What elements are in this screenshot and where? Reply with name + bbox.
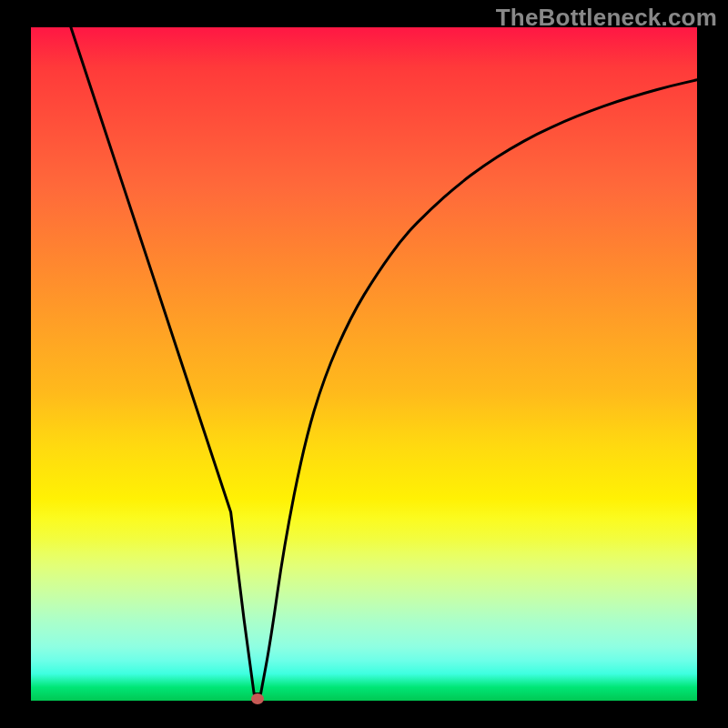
- plot-area: [31, 27, 697, 701]
- bottleneck-curve: [31, 27, 697, 701]
- min-marker: [251, 693, 264, 704]
- chart-frame: TheBottleneck.com: [0, 0, 728, 728]
- watermark-text: TheBottleneck.com: [496, 4, 717, 32]
